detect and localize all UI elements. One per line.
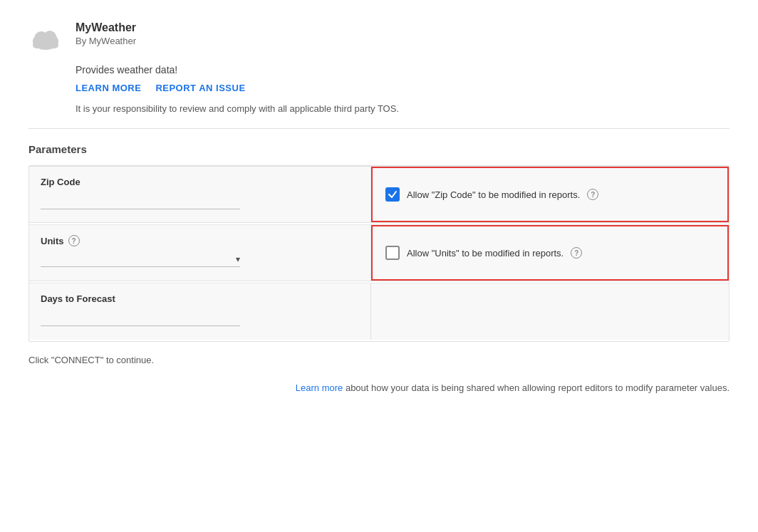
units-select-wrap: Imperial Metric ▾: [41, 254, 240, 267]
learn-more-link[interactable]: LEARN MORE: [76, 83, 141, 93]
days-forecast-left: Days to Forecast: [29, 283, 371, 340]
app-by: By MyWeather: [76, 36, 136, 46]
svg-rect-3: [33, 41, 58, 48]
parameters-title: Parameters: [28, 143, 730, 155]
parameters-table: Zip Code Allow "Zip Code" to be modified…: [28, 165, 730, 342]
units-row: Units ? Imperial Metric ▾ Allow "Units" …: [29, 224, 729, 281]
footer-note: Learn more about how your data is being …: [28, 382, 730, 393]
report-issue-link[interactable]: REPORT AN ISSUE: [155, 83, 245, 93]
days-forecast-right: [371, 283, 729, 340]
connect-note: Click "CONNECT" to continue.: [28, 355, 730, 365]
units-allow-help-icon[interactable]: ?: [571, 247, 582, 259]
zip-code-left: Zip Code: [29, 167, 371, 222]
zip-allow-checkbox[interactable]: [385, 187, 400, 202]
zip-code-right: Allow "Zip Code" to be modified in repor…: [371, 167, 729, 222]
units-allow-row: Allow "Units" to be modified in reports.…: [385, 246, 582, 260]
zip-allow-label: Allow "Zip Code" to be modified in repor…: [407, 189, 580, 200]
zip-code-row: Zip Code Allow "Zip Code" to be modified…: [29, 166, 729, 223]
app-name: MyWeather: [76, 21, 136, 34]
tos-note: It is your responsibility to review and …: [28, 103, 730, 114]
units-allow-checkbox[interactable]: [385, 246, 400, 260]
app-icon: [28, 21, 63, 56]
zip-code-label: Zip Code: [41, 177, 359, 187]
units-left: Units ? Imperial Metric ▾: [29, 225, 371, 281]
units-allow-label: Allow "Units" to be modified in reports.: [407, 248, 564, 259]
days-forecast-row: Days to Forecast: [29, 283, 729, 340]
days-forecast-label: Days to Forecast: [41, 293, 359, 304]
units-dropdown-arrow-icon: ▾: [236, 254, 240, 264]
footer-note-text: about how your data is being shared when…: [343, 382, 730, 393]
zip-allow-help-icon[interactable]: ?: [587, 189, 598, 200]
units-select[interactable]: Imperial Metric: [41, 254, 236, 265]
app-header: MyWeather By MyWeather: [28, 21, 730, 56]
app-info: MyWeather By MyWeather: [76, 21, 136, 46]
zip-allow-row: Allow "Zip Code" to be modified in repor…: [385, 187, 598, 202]
app-description: Provides weather data!: [28, 64, 730, 75]
page: MyWeather By MyWeather Provides weather …: [0, 0, 758, 532]
divider: [28, 128, 730, 129]
links-row: LEARN MORE REPORT AN ISSUE: [28, 83, 730, 93]
days-forecast-input[interactable]: [41, 311, 240, 326]
units-label: Units ?: [41, 235, 359, 246]
footer-learn-more-link[interactable]: Learn more: [296, 382, 343, 393]
units-help-icon[interactable]: ?: [68, 235, 80, 246]
zip-code-input[interactable]: [41, 194, 240, 209]
units-right: Allow "Units" to be modified in reports.…: [371, 225, 729, 281]
